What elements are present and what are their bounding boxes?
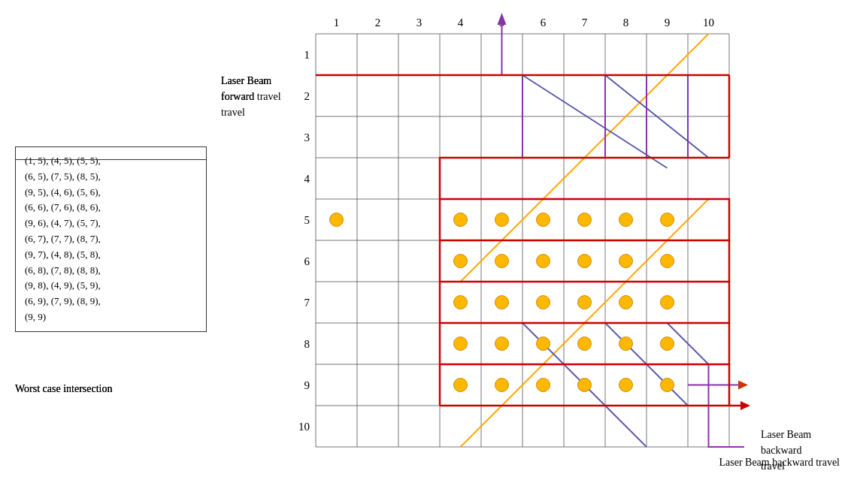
worst-case-label: Worst case intersection <box>15 383 113 395</box>
intersection-info-box <box>15 146 207 160</box>
intersection-info-box: (1, 5), (4, 5), (5, 5),(6, 5), (7, 5), (… <box>15 146 207 332</box>
forward-travel-label: Laser Beamforwardtravel <box>221 73 304 120</box>
main-container: Laser Beam forward travel Laser Beam bac… <box>0 0 851 504</box>
backward-travel-label: Laser Beambackwardtravel <box>761 427 843 474</box>
